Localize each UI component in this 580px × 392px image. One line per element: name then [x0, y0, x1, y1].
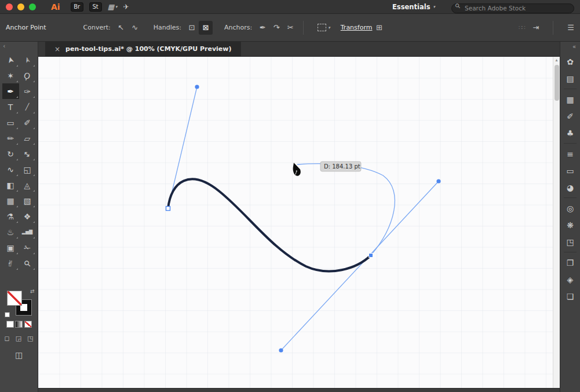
- transform-link[interactable]: Transform: [341, 24, 373, 31]
- fill-swatch[interactable]: [7, 291, 22, 306]
- direction-handle-endpoint[interactable]: [279, 348, 283, 352]
- rectangle-tool[interactable]: ▭: [2, 115, 19, 130]
- gradient-button[interactable]: [15, 321, 23, 328]
- bounding-box-button[interactable]: ▾: [318, 24, 330, 31]
- gradient-tool[interactable]: ▧: [19, 193, 36, 208]
- line-segment-tool[interactable]: ╱: [19, 99, 36, 115]
- chevron-down-icon: ▾: [328, 25, 330, 30]
- control-bar: Anchor Point Convert: ↖ ∿ Handles: ⊡ ⊠ A…: [0, 14, 580, 42]
- workspace-switcher[interactable]: Essentials ▾: [392, 3, 435, 11]
- paintbrush-tool[interactable]: ✐: [19, 115, 36, 130]
- brushes-panel-icon[interactable]: ✐: [560, 108, 580, 124]
- vertical-scrollbar[interactable]: ▴: [553, 57, 560, 388]
- remove-anchor-button[interactable]: ✒: [256, 21, 269, 35]
- tool-grid: ➤➣✶Ϙ✒✑T╱▭✐✏▱↻↔∿◱◧◬▦▧⚗❖♨▂▅▇▣✁✌⚲: [0, 52, 38, 271]
- magic-wand-tool[interactable]: ✶: [2, 68, 19, 83]
- dock-panels-icon[interactable]: ⇥: [532, 23, 539, 32]
- column-graph-tool[interactable]: ▂▅▇: [19, 224, 36, 240]
- cut-path-button[interactable]: ✂: [283, 21, 297, 35]
- direction-handle-endpoint[interactable]: [195, 85, 199, 89]
- canvas[interactable]: D: 184.13 pt ▴: [38, 57, 560, 388]
- hand-tool[interactable]: ✌: [2, 255, 19, 271]
- stroke-panel-icon[interactable]: ≡: [560, 145, 580, 162]
- draw-behind-mode[interactable]: ◲: [16, 335, 21, 342]
- divider: [553, 21, 553, 35]
- document-tab-bar: × pen-tool-tips.ai* @ 100% (CMYK/GPU Pre…: [38, 42, 560, 57]
- symbols-panel-icon[interactable]: ♣: [560, 124, 580, 141]
- transparency-panel-icon[interactable]: ◕: [560, 179, 580, 196]
- perspective-grid-tool[interactable]: ◬: [19, 177, 36, 193]
- bridge-button[interactable]: Br: [71, 2, 83, 12]
- mesh-tool[interactable]: ▦: [2, 193, 19, 208]
- zoom-tool[interactable]: ⚲: [19, 255, 36, 271]
- curvature-tool[interactable]: ✑: [19, 83, 36, 99]
- scale-tool[interactable]: ↔: [19, 146, 36, 162]
- asset-export-panel-icon[interactable]: ◳: [560, 233, 580, 250]
- direct-selection-tool[interactable]: ➣: [19, 52, 36, 68]
- hide-handles-button[interactable]: ⊠: [199, 21, 213, 35]
- slice-tool[interactable]: ✁: [19, 240, 36, 255]
- color-guide-panel-icon[interactable]: ▤: [560, 70, 580, 87]
- chevron-down-icon: ▾: [433, 5, 435, 9]
- libraries-panel-icon[interactable]: ❏: [560, 288, 580, 305]
- workspace-label: Essentials: [392, 3, 431, 11]
- selection-tool[interactable]: ➤: [2, 52, 19, 68]
- none-button[interactable]: [24, 321, 32, 328]
- color-panel-icon[interactable]: ✿: [560, 53, 580, 70]
- eyedropper-tool[interactable]: ⚗: [2, 208, 19, 224]
- draw-inside-mode[interactable]: ◳: [27, 335, 33, 342]
- default-fill-stroke-icon[interactable]: [5, 312, 10, 317]
- draw-normal-mode[interactable]: ◻: [5, 335, 10, 342]
- handles-label: Handles:: [154, 24, 181, 31]
- convert-to-smooth-button[interactable]: ∿: [128, 21, 142, 35]
- appearance-panel-icon[interactable]: ◎: [560, 200, 580, 217]
- isolate-selection-button[interactable]: ⊞: [372, 21, 386, 35]
- anchor-point-start[interactable]: [166, 207, 170, 211]
- fullscreen-window-button[interactable]: [29, 3, 36, 10]
- convert-to-corner-button[interactable]: ↖: [114, 21, 128, 35]
- arrange-documents-button[interactable]: ▦ ▾: [108, 3, 118, 11]
- divider: [303, 21, 304, 35]
- width-tool[interactable]: ∿: [2, 162, 19, 177]
- close-tab-icon[interactable]: ×: [54, 45, 60, 53]
- share-icon[interactable]: ✈: [123, 3, 129, 11]
- rotate-tool[interactable]: ↻: [2, 146, 19, 162]
- document-grid: [38, 57, 553, 388]
- blend-tool[interactable]: ❖: [19, 208, 36, 224]
- scrollbar-thumb[interactable]: [555, 65, 559, 101]
- app-frame-icon: ∷∷: [519, 24, 525, 31]
- lasso-tool[interactable]: Ϙ: [19, 68, 36, 83]
- color-button[interactable]: [6, 321, 14, 328]
- paint-style-buttons: [6, 321, 32, 328]
- layers-panel-icon[interactable]: ◈: [560, 271, 580, 288]
- pen-tool[interactable]: ✒: [2, 83, 19, 99]
- artboards-panel-icon[interactable]: ❐: [560, 254, 580, 271]
- adobe-stock-search: ⚲: [451, 2, 574, 12]
- swatches-panel-icon[interactable]: ▦: [560, 91, 580, 108]
- expand-panels-icon[interactable]: «: [572, 43, 576, 50]
- document-tab[interactable]: × pen-tool-tips.ai* @ 100% (CMYK/GPU Pre…: [45, 42, 241, 56]
- artboard-tool[interactable]: ▣: [2, 240, 19, 255]
- shape-builder-tool[interactable]: ◧: [2, 177, 19, 193]
- swap-fill-stroke-icon[interactable]: ⇄: [30, 288, 35, 294]
- stock-button[interactable]: St: [89, 2, 102, 12]
- free-transform-tool[interactable]: ◱: [19, 162, 36, 177]
- scroll-up-icon[interactable]: ▴: [555, 57, 557, 64]
- type-tool[interactable]: T: [2, 99, 19, 115]
- direction-handle-endpoint[interactable]: [436, 179, 440, 183]
- shaper-tool[interactable]: ✏: [2, 130, 19, 146]
- panel-menu-icon[interactable]: ☰: [567, 23, 574, 32]
- show-handles-button[interactable]: ⊡: [185, 21, 199, 35]
- convert-label: Convert:: [83, 24, 111, 31]
- close-window-button[interactable]: [6, 3, 13, 10]
- screen-mode-button[interactable]: ◫: [15, 350, 23, 360]
- search-input[interactable]: [451, 3, 574, 13]
- eraser-tool[interactable]: ▱: [19, 130, 36, 146]
- symbol-sprayer-tool[interactable]: ♨: [2, 224, 19, 240]
- anchor-point-end[interactable]: [369, 254, 373, 258]
- minimize-window-button[interactable]: [17, 3, 24, 10]
- collapse-toolbar-icon[interactable]: ‹: [3, 42, 5, 50]
- graphic-styles-panel-icon[interactable]: ❋: [560, 217, 580, 233]
- gradient-panel-icon[interactable]: ▭: [560, 162, 580, 179]
- connect-anchors-button[interactable]: ↷: [269, 21, 283, 35]
